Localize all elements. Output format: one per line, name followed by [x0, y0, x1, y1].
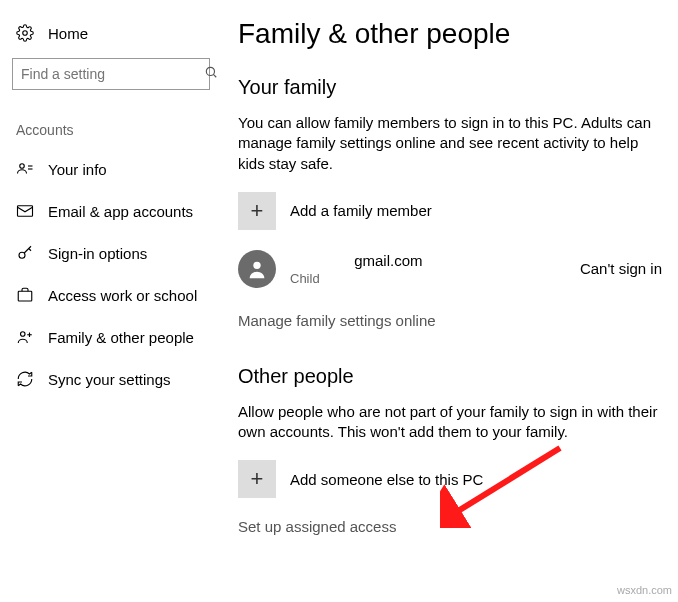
- svg-point-12: [253, 261, 260, 268]
- member-status: Can't sign in: [580, 260, 668, 277]
- sidebar-item-work[interactable]: Access work or school: [10, 274, 220, 316]
- other-description: Allow people who are not part of your fa…: [238, 402, 668, 443]
- person-card-icon: [16, 160, 34, 178]
- home-label: Home: [48, 25, 88, 42]
- avatar: [238, 250, 276, 288]
- gear-icon: [16, 24, 34, 42]
- sidebar-item-signin[interactable]: Sign-in options: [10, 232, 220, 274]
- person-icon: [246, 258, 268, 280]
- add-other-label: Add someone else to this PC: [290, 471, 483, 488]
- member-email-domain: gmail.com: [354, 252, 422, 269]
- svg-point-9: [21, 332, 26, 337]
- add-family-member-button[interactable]: + Add a family member: [238, 192, 668, 230]
- add-family-label: Add a family member: [290, 202, 432, 219]
- sidebar-item-label: Sign-in options: [48, 245, 147, 262]
- sidebar-item-label: Family & other people: [48, 329, 194, 346]
- family-description: You can allow family members to sign in …: [238, 113, 668, 174]
- briefcase-icon: [16, 286, 34, 304]
- other-heading: Other people: [238, 365, 668, 388]
- sync-icon: [16, 370, 34, 388]
- svg-line-2: [213, 74, 216, 77]
- sidebar-item-label: Access work or school: [48, 287, 197, 304]
- sidebar-item-family[interactable]: Family & other people: [10, 316, 220, 358]
- key-icon: [16, 244, 34, 262]
- manage-family-link[interactable]: Manage family settings online: [238, 312, 436, 329]
- watermark: wsxdn.com: [617, 584, 672, 596]
- page-title: Family & other people: [238, 18, 668, 50]
- member-role: Child: [290, 271, 423, 286]
- assigned-access-link[interactable]: Set up assigned access: [238, 518, 396, 535]
- sidebar-item-your-info[interactable]: Your info: [10, 148, 220, 190]
- svg-point-3: [20, 164, 25, 169]
- home-button[interactable]: Home: [10, 20, 220, 58]
- svg-point-1: [206, 67, 214, 75]
- sidebar-item-sync[interactable]: Sync your settings: [10, 358, 220, 400]
- sidebar-item-label: Sync your settings: [48, 371, 171, 388]
- sidebar-item-label: Email & app accounts: [48, 203, 193, 220]
- sidebar-item-label: Your info: [48, 161, 107, 178]
- family-member-row[interactable]: gmail.com Child Can't sign in: [238, 250, 668, 288]
- svg-rect-8: [18, 291, 32, 301]
- sidebar-item-email[interactable]: Email & app accounts: [10, 190, 220, 232]
- section-label: Accounts: [10, 122, 220, 148]
- search-icon: [204, 65, 218, 83]
- plus-icon: +: [238, 192, 276, 230]
- add-other-user-button[interactable]: + Add someone else to this PC: [238, 460, 668, 498]
- people-plus-icon: [16, 328, 34, 346]
- svg-point-0: [23, 31, 28, 36]
- member-email-local: [290, 252, 294, 269]
- search-input[interactable]: [12, 58, 210, 90]
- svg-point-7: [19, 252, 25, 258]
- plus-icon: +: [238, 460, 276, 498]
- search-field[interactable]: [13, 66, 204, 82]
- family-heading: Your family: [238, 76, 668, 99]
- svg-rect-6: [18, 206, 33, 217]
- mail-icon: [16, 202, 34, 220]
